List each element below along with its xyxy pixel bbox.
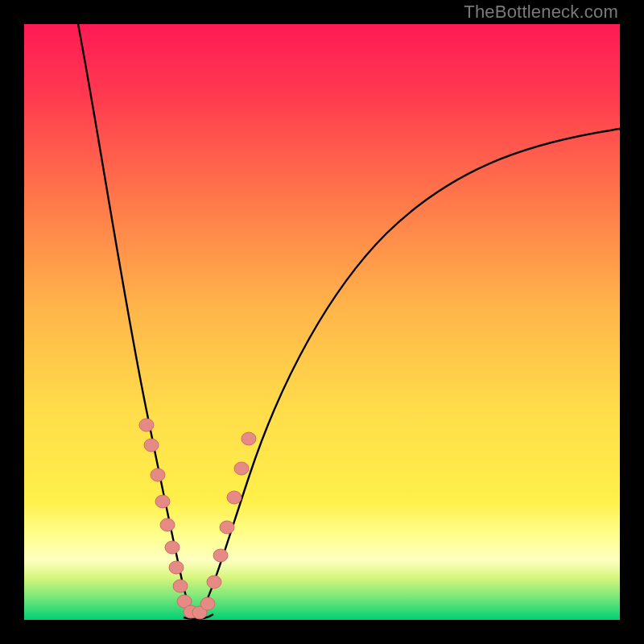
marker-dot [227, 491, 242, 504]
marker-dot [242, 432, 256, 445]
marker-dot [155, 495, 170, 508]
markers-group [139, 419, 256, 619]
marker-dot [220, 521, 234, 534]
marker-dot [173, 580, 188, 592]
plot-area [24, 24, 620, 620]
bottleneck-curve [24, 24, 620, 620]
marker-dot [200, 597, 215, 610]
marker-dot [165, 541, 180, 554]
chart-frame: TheBottleneck.com [0, 0, 644, 644]
marker-dot [139, 419, 154, 431]
marker-dot [213, 549, 228, 562]
curve-right-branch [197, 129, 620, 617]
curve-left-branch [78, 24, 197, 617]
marker-dot [160, 518, 175, 531]
marker-dot [151, 469, 165, 481]
marker-dot [169, 561, 184, 574]
marker-dot [234, 462, 249, 475]
marker-dot [207, 576, 221, 588]
marker-dot [144, 439, 159, 452]
watermark-text: TheBottleneck.com [464, 2, 618, 23]
